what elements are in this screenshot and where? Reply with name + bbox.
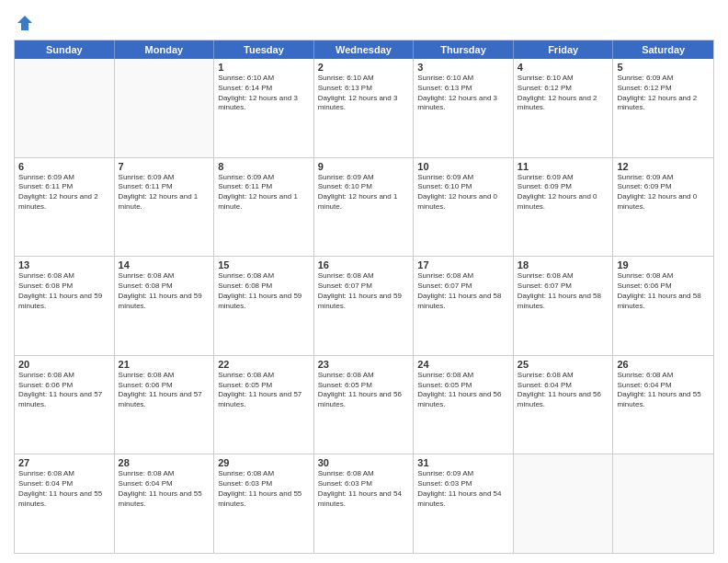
calendar-day-23: 23Sunrise: 6:08 AM Sunset: 6:05 PM Dayli… [314, 356, 415, 454]
day-number: 24 [417, 359, 509, 370]
day-info: Sunrise: 6:09 AM Sunset: 6:10 PM Dayligh… [417, 173, 509, 213]
day-number: 7 [119, 161, 210, 172]
day-info: Sunrise: 6:09 AM Sunset: 6:12 PM Dayligh… [617, 74, 710, 113]
calendar-day-24: 24Sunrise: 6:08 AM Sunset: 6:05 PM Dayli… [414, 356, 514, 454]
day-number: 12 [617, 161, 710, 172]
day-info: Sunrise: 6:10 AM Sunset: 6:14 PM Dayligh… [218, 74, 310, 113]
svg-marker-0 [17, 16, 32, 30]
day-info: Sunrise: 6:09 AM Sunset: 6:11 PM Dayligh… [18, 173, 110, 213]
weekday-header-saturday: Saturday [613, 40, 713, 59]
weekday-header-wednesday: Wednesday [314, 40, 415, 59]
header [14, 9, 714, 32]
calendar-body: 1Sunrise: 6:10 AM Sunset: 6:14 PM Daylig… [15, 59, 713, 553]
calendar-day-18: 18Sunrise: 6:08 AM Sunset: 6:07 PM Dayli… [514, 257, 614, 355]
day-info: Sunrise: 6:10 AM Sunset: 6:13 PM Dayligh… [318, 74, 410, 113]
calendar-day-3: 3Sunrise: 6:10 AM Sunset: 6:13 PM Daylig… [414, 59, 514, 157]
day-number: 6 [18, 161, 110, 172]
day-number: 4 [518, 62, 609, 73]
calendar-day-14: 14Sunrise: 6:08 AM Sunset: 6:08 PM Dayli… [115, 257, 215, 355]
day-number: 13 [18, 259, 110, 270]
day-info: Sunrise: 6:08 AM Sunset: 6:03 PM Dayligh… [218, 469, 310, 509]
logo [14, 14, 34, 32]
calendar-empty-cell [15, 59, 115, 157]
weekday-header-monday: Monday [115, 40, 215, 59]
day-number: 31 [417, 457, 509, 468]
day-info: Sunrise: 6:08 AM Sunset: 6:06 PM Dayligh… [18, 371, 110, 410]
day-number: 10 [417, 161, 509, 172]
day-info: Sunrise: 6:08 AM Sunset: 6:08 PM Dayligh… [119, 271, 210, 311]
day-number: 21 [119, 359, 210, 370]
calendar-day-21: 21Sunrise: 6:08 AM Sunset: 6:06 PM Dayli… [115, 356, 215, 454]
calendar-day-30: 30Sunrise: 6:08 AM Sunset: 6:03 PM Dayli… [314, 454, 415, 553]
day-info: Sunrise: 6:09 AM Sunset: 6:09 PM Dayligh… [518, 173, 609, 213]
day-number: 22 [218, 359, 310, 370]
calendar-day-4: 4Sunrise: 6:10 AM Sunset: 6:12 PM Daylig… [514, 59, 614, 157]
day-info: Sunrise: 6:08 AM Sunset: 6:04 PM Dayligh… [617, 371, 710, 410]
page: SundayMondayTuesdayWednesdayThursdayFrid… [0, 0, 728, 563]
weekday-header-thursday: Thursday [414, 40, 514, 59]
calendar-week-2: 6Sunrise: 6:09 AM Sunset: 6:11 PM Daylig… [15, 157, 713, 257]
calendar-day-12: 12Sunrise: 6:09 AM Sunset: 6:09 PM Dayli… [613, 158, 713, 257]
day-info: Sunrise: 6:08 AM Sunset: 6:06 PM Dayligh… [617, 271, 710, 311]
calendar-week-5: 27Sunrise: 6:08 AM Sunset: 6:04 PM Dayli… [15, 454, 713, 553]
day-number: 11 [518, 161, 609, 172]
day-number: 25 [518, 359, 609, 370]
calendar-day-25: 25Sunrise: 6:08 AM Sunset: 6:04 PM Dayli… [514, 356, 614, 454]
calendar-week-4: 20Sunrise: 6:08 AM Sunset: 6:06 PM Dayli… [15, 355, 713, 454]
day-number: 29 [218, 457, 310, 468]
day-info: Sunrise: 6:08 AM Sunset: 6:04 PM Dayligh… [18, 469, 110, 509]
calendar-day-29: 29Sunrise: 6:08 AM Sunset: 6:03 PM Dayli… [214, 454, 314, 553]
day-info: Sunrise: 6:08 AM Sunset: 6:07 PM Dayligh… [318, 271, 410, 311]
calendar: SundayMondayTuesdayWednesdayThursdayFrid… [14, 40, 714, 554]
calendar-day-1: 1Sunrise: 6:10 AM Sunset: 6:14 PM Daylig… [214, 59, 314, 157]
calendar-day-5: 5Sunrise: 6:09 AM Sunset: 6:12 PM Daylig… [613, 59, 713, 157]
weekday-header-sunday: Sunday [15, 40, 115, 59]
calendar-day-22: 22Sunrise: 6:08 AM Sunset: 6:05 PM Dayli… [214, 356, 314, 454]
day-info: Sunrise: 6:08 AM Sunset: 6:03 PM Dayligh… [318, 469, 410, 509]
calendar-week-1: 1Sunrise: 6:10 AM Sunset: 6:14 PM Daylig… [15, 59, 713, 157]
weekday-header-friday: Friday [514, 40, 614, 59]
day-number: 26 [617, 359, 710, 370]
calendar-day-8: 8Sunrise: 6:09 AM Sunset: 6:11 PM Daylig… [214, 158, 314, 257]
calendar-day-7: 7Sunrise: 6:09 AM Sunset: 6:11 PM Daylig… [115, 158, 215, 257]
calendar-day-16: 16Sunrise: 6:08 AM Sunset: 6:07 PM Dayli… [314, 257, 415, 355]
day-number: 1 [218, 62, 310, 73]
day-info: Sunrise: 6:09 AM Sunset: 6:03 PM Dayligh… [417, 469, 509, 509]
calendar-day-15: 15Sunrise: 6:08 AM Sunset: 6:08 PM Dayli… [214, 257, 314, 355]
day-info: Sunrise: 6:10 AM Sunset: 6:13 PM Dayligh… [417, 74, 509, 113]
day-number: 17 [417, 259, 509, 270]
calendar-day-20: 20Sunrise: 6:08 AM Sunset: 6:06 PM Dayli… [15, 356, 115, 454]
day-info: Sunrise: 6:08 AM Sunset: 6:05 PM Dayligh… [417, 371, 509, 410]
weekday-header-tuesday: Tuesday [214, 40, 314, 59]
day-info: Sunrise: 6:09 AM Sunset: 6:11 PM Dayligh… [119, 173, 210, 213]
day-info: Sunrise: 6:08 AM Sunset: 6:05 PM Dayligh… [218, 371, 310, 410]
calendar-day-28: 28Sunrise: 6:08 AM Sunset: 6:04 PM Dayli… [115, 454, 215, 553]
day-info: Sunrise: 6:08 AM Sunset: 6:04 PM Dayligh… [119, 469, 210, 509]
day-number: 18 [518, 259, 609, 270]
day-number: 5 [617, 62, 710, 73]
day-number: 30 [318, 457, 410, 468]
day-info: Sunrise: 6:08 AM Sunset: 6:06 PM Dayligh… [119, 371, 210, 410]
day-info: Sunrise: 6:10 AM Sunset: 6:12 PM Dayligh… [518, 74, 609, 113]
day-number: 3 [417, 62, 509, 73]
day-info: Sunrise: 6:08 AM Sunset: 6:08 PM Dayligh… [18, 271, 110, 311]
day-number: 14 [119, 259, 210, 270]
logo-icon [16, 14, 34, 32]
day-info: Sunrise: 6:09 AM Sunset: 6:11 PM Dayligh… [218, 173, 310, 213]
day-number: 19 [617, 259, 710, 270]
calendar-empty-cell [613, 454, 713, 553]
calendar-day-6: 6Sunrise: 6:09 AM Sunset: 6:11 PM Daylig… [15, 158, 115, 257]
day-number: 27 [18, 457, 110, 468]
calendar-empty-cell [514, 454, 614, 553]
day-info: Sunrise: 6:09 AM Sunset: 6:10 PM Dayligh… [318, 173, 410, 213]
day-number: 16 [318, 259, 410, 270]
calendar-day-26: 26Sunrise: 6:08 AM Sunset: 6:04 PM Dayli… [613, 356, 713, 454]
calendar-day-10: 10Sunrise: 6:09 AM Sunset: 6:10 PM Dayli… [414, 158, 514, 257]
calendar-day-31: 31Sunrise: 6:09 AM Sunset: 6:03 PM Dayli… [414, 454, 514, 553]
day-info: Sunrise: 6:08 AM Sunset: 6:05 PM Dayligh… [318, 371, 410, 410]
calendar-day-17: 17Sunrise: 6:08 AM Sunset: 6:07 PM Dayli… [414, 257, 514, 355]
day-info: Sunrise: 6:08 AM Sunset: 6:07 PM Dayligh… [417, 271, 509, 311]
day-number: 15 [218, 259, 310, 270]
day-number: 20 [18, 359, 110, 370]
day-number: 28 [119, 457, 210, 468]
